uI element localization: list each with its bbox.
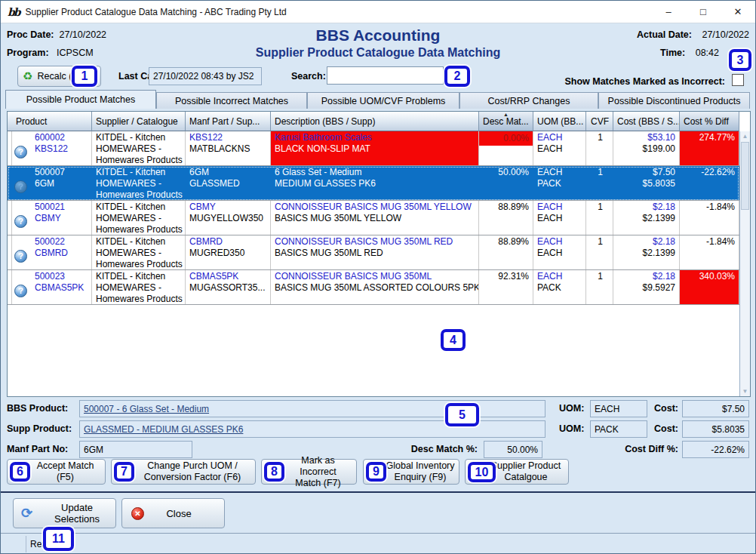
question-mark-icon[interactable]: ? [14,180,27,193]
maximize-button[interactable]: □ [686,1,721,23]
question-mark-icon[interactable]: ? [14,215,27,228]
column-header-product[interactable]: Product [12,112,92,131]
footer-separator [1,491,756,493]
cell-line: Homewares Products [96,155,183,165]
cell-line: GLASSMED [189,178,268,189]
cvf-value: 1 [590,132,610,143]
cost-diff-value: -22.62% [711,445,745,455]
question-mark-icon[interactable]: ? [14,146,27,159]
vertical-scrollbar[interactable]: ▲ ▼ [739,131,750,396]
column-header-desc-mat-[interactable]: Desc Mat...▲ [479,112,533,131]
proc-date-label: Proc Date: [7,29,54,40]
table-row[interactable]: ?500023CBMAS5PKKITDEL - KitchenHOMEWARES… [8,270,739,305]
cell-line: BASICS MUG 350ML ASSORTED COLOURS 5PK [275,282,476,294]
question-mark-icon[interactable]: ? [14,250,27,263]
proc-date-value: 27/10/2022 [59,29,106,40]
table-row[interactable]: ?5000076GMKITDEL - KitchenHOMEWARES -Hom… [8,166,739,201]
cell-line: 600002 [35,132,89,143]
cell-line: HOMEWARES - [96,178,183,189]
column-header-uom-bb-[interactable]: UOM (BB... [533,112,586,131]
show-incorrect-checkbox[interactable] [732,74,744,86]
manf-part-label: Manf Part No: [7,444,68,454]
cell-line: $199.00 [617,143,677,155]
scrollbar-thumb[interactable] [741,142,749,210]
cell-line: $2.1399 [617,248,677,259]
product-cell: ?5000076GM [12,166,92,200]
cell-line: HOMEWARES - [96,282,183,294]
table-row[interactable]: ?600002KBS122KITDEL - KitchenHOMEWARES -… [8,131,739,166]
column-header-cvf[interactable]: CVF [586,112,613,131]
cell-line: $53.10 [617,132,677,143]
manf-part-cell: CBMYMUGYELLOW350 [186,201,271,235]
table-row[interactable]: ?500021CBMYKITDEL - KitchenHOMEWARES -Ho… [8,201,739,235]
question-mark-icon[interactable]: ? [14,285,27,297]
manf-part-field: 6GM [79,441,192,458]
cost-diff-field: -22.62% [682,441,749,458]
button-label-line: Change Purch UOM / [147,460,238,472]
tab-possible-product-matches[interactable]: Possible Product Matches [5,90,156,109]
cell-line: Homewares Products [96,189,183,200]
minimize-button[interactable]: – [651,1,686,23]
desc-match-value: 50.00% [507,445,538,455]
update-selections-button[interactable]: ⟳ Update Selections [13,498,116,528]
cost-diff-value: -1.84% [684,202,736,213]
scroll-up-icon[interactable]: ▲ [740,133,750,140]
annotation-badge-4: 4 [441,329,466,351]
column-header-manf-part-sup-[interactable]: Manf Part / Sup... [186,112,271,131]
cell-line: PACK [537,178,583,189]
cell-line: CBMAS5PK [189,271,268,282]
program-row: Program: ICPSCM [7,48,94,58]
column-header-cost-bbs-s-[interactable]: Cost (BBS / S... [613,112,680,131]
cell-line: KITDEL - Kitchen [96,202,183,213]
cvf-cell: 1 [586,235,613,269]
close-button[interactable]: ✕ Close [121,498,225,528]
cost-supp-field: $5.8035 [682,420,749,438]
column-header-description-bbs-supp-[interactable]: Description (BBS / Supp) [271,112,479,131]
product-cell: ?500021CBMY [12,201,92,235]
close-window-button[interactable]: ✕ [721,1,755,23]
cost-supp-label: Cost: [644,423,678,434]
table-row[interactable]: ?500022CBMRDKITDEL - KitchenHOMEWARES -H… [8,235,739,270]
cell-line: MEDIUM GLASSES PK6 [275,178,476,189]
desc-match-alert: 0.00% [479,131,533,146]
desc-match-field: 50.00% [484,441,542,458]
column-header-cost-diff[interactable]: Cost % Diff [680,112,739,131]
cell-line: KITDEL - Kitchen [96,132,183,143]
uom-supp-field: PACK [590,420,647,438]
desc-match-value: 88.89% [483,236,530,248]
cost-cell: $2.18$2.1399 [613,235,680,269]
cell-line: $2.18 [617,236,677,248]
cell-line: Karusi Bathroom Scales [275,132,476,143]
app-logo-icon: bb [8,6,20,18]
column-header-label: CVF [591,116,609,127]
supp-product-link[interactable]: GLASSMED - MEDIUM GLASSES PK6 [84,424,243,435]
recalc-button-label: Recalc ( [37,71,72,82]
scroll-down-icon[interactable]: ▼ [740,388,750,395]
tab-cost-rrp-changes[interactable]: Cost/RRP Changes [459,92,598,109]
cell-line: $2.18 [617,271,677,282]
cost-diff-cell: -1.84% [680,235,739,269]
button-label-line: Global Inventory [386,460,454,472]
cell-line: $5.8035 [617,178,677,189]
annotation-badge-5: 5 [445,403,479,426]
actual-date-row: Actual Date: 27/10/2022 [637,29,749,40]
tab-possible-uom-cvf-problems[interactable]: Possible UOM/CVF Problems [307,92,459,109]
sort-ascending-icon: ▲ [503,112,509,117]
column-header-supplier-catalogue[interactable]: Supplier / Catalogue [92,112,186,131]
cell-line: HOMEWARES - [96,248,183,259]
program-label: Program: [7,48,49,58]
annotation-badge-2: 2 [444,66,470,87]
tab-possible-discontinued-products[interactable]: Possible Discontinued Products [598,92,750,109]
bbs-product-link[interactable]: 500007 - 6 Glass Set - Medium [84,404,209,414]
cell-line: BASICS MUG 350ML YELLOW [275,213,476,224]
column-header-label: Desc Mat... [483,116,529,127]
button-label-line: Mark as Incorrect [283,455,353,478]
cell-line: HOMEWARES - [96,213,183,224]
window-controls: – □ ✕ [651,1,755,23]
cell-line: MUGYELLOW350 [189,213,268,224]
close-button-label: Close [144,508,224,519]
proc-date-row: Proc Date: 27/10/2022 [7,29,106,40]
tab-possible-incorrect-matches[interactable]: Possible Incorrect Matches [156,92,307,109]
cell-line: HOMEWARES - [96,143,183,155]
search-input[interactable] [327,66,444,85]
